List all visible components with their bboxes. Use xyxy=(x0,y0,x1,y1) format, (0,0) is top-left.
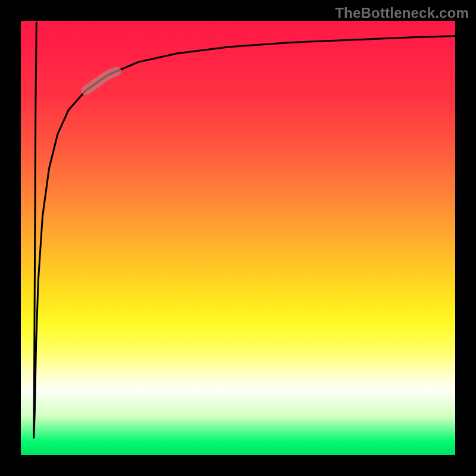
chart-frame: TheBottleneck.com xyxy=(0,0,476,476)
plot-area xyxy=(21,21,455,455)
curve-highlight-segment xyxy=(86,71,117,90)
watermark-text: TheBottleneck.com xyxy=(335,5,469,21)
curve-layer xyxy=(21,21,455,455)
